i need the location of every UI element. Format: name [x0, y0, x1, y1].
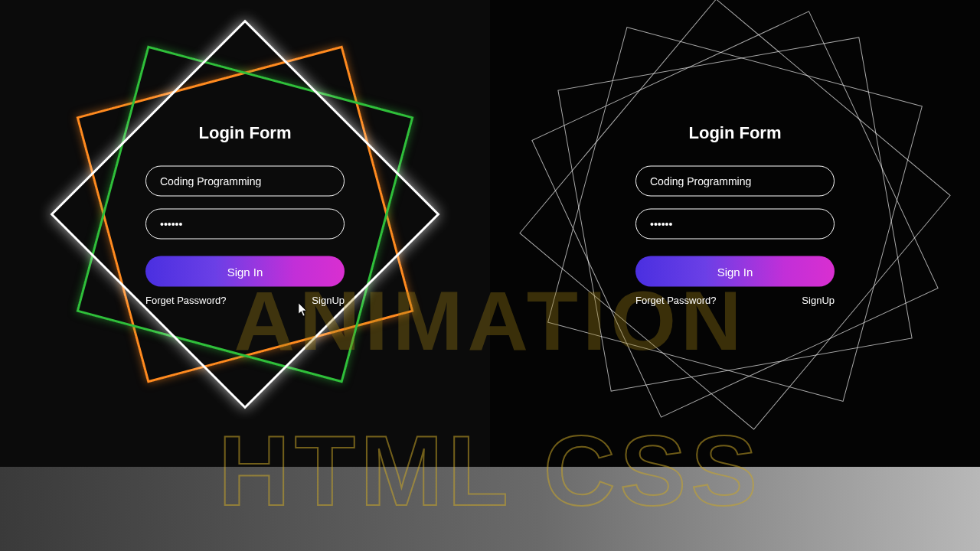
signin-button[interactable]: Sign In	[145, 256, 345, 287]
signup-link[interactable]: SignUp	[802, 295, 835, 306]
bottom-gradient-bar	[0, 467, 980, 551]
signup-link[interactable]: SignUp	[312, 295, 345, 306]
password-input[interactable]	[635, 209, 835, 240]
password-input[interactable]	[145, 209, 345, 240]
form-title: Login Form	[145, 123, 345, 143]
login-card-right: Login Form Sign In Forget Password? Sign…	[635, 123, 835, 306]
login-card-left: Login Form Sign In Forget Password? Sign…	[145, 123, 345, 306]
username-input[interactable]	[145, 166, 345, 197]
forgot-password-link[interactable]: Forget Password?	[145, 295, 227, 306]
username-input[interactable]	[635, 166, 835, 197]
form-title: Login Form	[635, 123, 835, 143]
signin-button[interactable]: Sign In	[635, 256, 835, 287]
forgot-password-link[interactable]: Forget Password?	[635, 295, 717, 306]
